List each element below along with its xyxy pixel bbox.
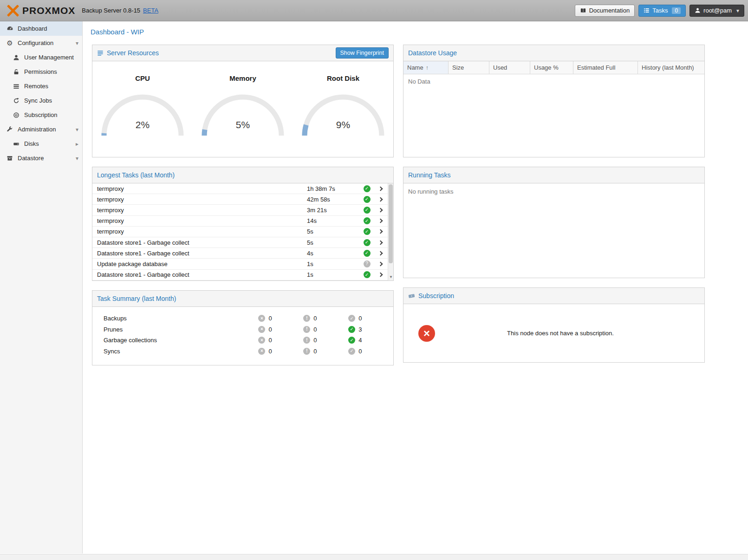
sidebar-item-label: Disks — [24, 140, 39, 147]
sidebar-item-label: Administration — [18, 126, 56, 133]
server-resources-icon — [97, 50, 104, 56]
task-row[interactable]: Datastore store1 - Garbage collect 1s — [92, 270, 388, 280]
documentation-button[interactable]: Documentation — [575, 5, 635, 17]
main-area: Dashboard - WIP — [83, 21, 748, 553]
chevron-down-icon[interactable] — [76, 39, 78, 46]
scrollbar-thumb[interactable] — [389, 184, 393, 263]
task-row[interactable]: Update package database 1s — [92, 259, 388, 269]
ok-count: 0 — [358, 315, 362, 322]
sidebar-item-configuration[interactable]: ⚙ Configuration — [0, 36, 82, 50]
sidebar-item-label: Subscription — [24, 111, 58, 118]
ok-count: 4 — [358, 337, 362, 344]
error-count: 0 — [268, 326, 272, 333]
task-row[interactable]: termproxy 42m 58s — [92, 194, 388, 205]
chevron-right-icon[interactable] — [76, 140, 78, 147]
task-name: termproxy — [97, 185, 307, 192]
summary-label: Syncs — [104, 348, 258, 355]
show-fingerprint-button[interactable]: Show Fingerprint — [336, 47, 389, 59]
task-row[interactable]: termproxy 5s — [92, 227, 388, 237]
chevron-right-icon[interactable] — [373, 219, 388, 222]
datastore-empty-text: No Data — [403, 74, 704, 157]
sidebar-item-subscription[interactable]: Subscription — [0, 108, 82, 122]
chevron-right-icon[interactable] — [373, 230, 388, 233]
beta-link[interactable]: BETA — [143, 7, 158, 14]
error-count-icon — [258, 326, 265, 333]
task-duration: 5s — [307, 228, 361, 235]
gauge-value: 5% — [199, 119, 287, 130]
task-row[interactable]: termproxy 3m 21s — [92, 205, 388, 215]
sidebar-item-permissions[interactable]: Permissions — [0, 65, 82, 79]
ok-count-icon — [348, 348, 355, 355]
column-label: Size — [452, 64, 464, 71]
sidebar-item-datastore[interactable]: Datastore — [0, 151, 82, 165]
column-header-history[interactable]: History (last Month) — [638, 61, 704, 74]
column-header-used[interactable]: Used — [489, 61, 530, 74]
tachometer-icon — [6, 25, 14, 32]
panel-title: Server Resources — [107, 49, 159, 57]
chevron-right-icon[interactable] — [373, 262, 388, 266]
column-header-usage-percent[interactable]: Usage % — [530, 61, 573, 74]
column-header-estimated-full[interactable]: Estimated Full — [573, 61, 638, 74]
task-summary-panel: Task Summary (last Month) Backups 0 0 0 … — [92, 290, 394, 365]
proxmox-x-icon — [7, 5, 20, 17]
chevron-right-icon[interactable] — [373, 187, 388, 190]
unlock-icon — [12, 69, 20, 75]
task-duration: 42m 58s — [307, 196, 361, 203]
sidebar-item-sync-jobs[interactable]: Sync Jobs — [0, 93, 82, 108]
wrench-icon — [6, 126, 14, 133]
sidebar-item-disks[interactable]: Disks — [0, 137, 82, 151]
chevron-right-icon[interactable] — [373, 241, 388, 244]
task-duration: 5s — [307, 239, 361, 246]
page-title: Dashboard - WIP — [83, 21, 748, 40]
summary-label: Backups — [104, 315, 258, 322]
summary-row-garbage-collections: Garbage collections 0 0 4 — [92, 335, 393, 346]
gauge-value: 2% — [98, 119, 187, 130]
hdd-icon — [12, 141, 20, 147]
warning-count-icon — [303, 315, 310, 322]
sidebar-item-dashboard[interactable]: Dashboard — [0, 21, 82, 36]
task-row[interactable]: Datastore store1 - Garbage collect 4s — [92, 248, 388, 259]
task-status-icon — [364, 260, 371, 267]
scrollbar[interactable] — [388, 183, 393, 280]
task-duration: 4s — [307, 250, 361, 257]
scrollbar-down-arrow[interactable] — [388, 273, 393, 280]
task-duration: 1s — [307, 260, 361, 267]
error-count: 0 — [268, 348, 272, 355]
summary-row-backups: Backups 0 0 0 — [92, 313, 393, 324]
task-row[interactable]: termproxy 1h 38m 7s — [92, 183, 388, 194]
user-menu-button[interactable]: root@pam — [689, 5, 744, 17]
tasks-count-badge: 0 — [672, 7, 681, 14]
server-resources-panel: Server Resources Show Fingerprint CPU — [92, 45, 394, 157]
task-row[interactable]: Datastore store1 - Garbage collect 5s — [92, 237, 388, 248]
task-duration: 3m 21s — [307, 207, 361, 214]
chevron-right-icon[interactable] — [373, 252, 388, 255]
user-menu-label: root@pam — [703, 7, 732, 14]
sidebar-item-user-management[interactable]: User Management — [0, 50, 82, 65]
subscription-message: This node does not have a subscription. — [435, 330, 704, 337]
chevron-down-icon[interactable] — [76, 126, 78, 133]
column-header-name[interactable]: Name — [403, 61, 449, 74]
support-icon — [12, 112, 20, 118]
tasks-button[interactable]: Tasks 0 — [638, 5, 686, 17]
sidebar-item-remotes[interactable]: Remotes — [0, 79, 82, 93]
running-tasks-panel: Running Tasks No running tasks — [403, 167, 705, 278]
task-status-icon — [364, 228, 371, 235]
chevron-right-icon[interactable] — [373, 198, 388, 201]
longest-tasks-panel: Longest Tasks (last Month) termproxy 1h … — [92, 167, 394, 281]
column-header-size[interactable]: Size — [449, 61, 489, 74]
warning-count: 0 — [313, 348, 317, 355]
sidebar-item-administration[interactable]: Administration — [0, 122, 82, 137]
chevron-down-icon[interactable] — [76, 155, 78, 162]
sidebar-item-label: Remotes — [24, 83, 48, 90]
book-icon — [580, 7, 586, 14]
chevron-right-icon[interactable] — [373, 273, 388, 276]
task-name: termproxy — [97, 228, 307, 235]
memory-gauge: Memory 5% — [199, 74, 287, 157]
sidebar: Dashboard ⚙ Configuration User Managemen… — [0, 21, 83, 553]
task-row[interactable]: termproxy 14s — [92, 216, 388, 227]
root-disk-gauge: Root Disk 9% — [299, 74, 387, 157]
task-name: Datastore store1 - Garbage collect — [97, 239, 307, 246]
ticket-icon — [408, 293, 415, 300]
task-status-icon — [364, 271, 371, 278]
chevron-right-icon[interactable] — [373, 208, 388, 212]
